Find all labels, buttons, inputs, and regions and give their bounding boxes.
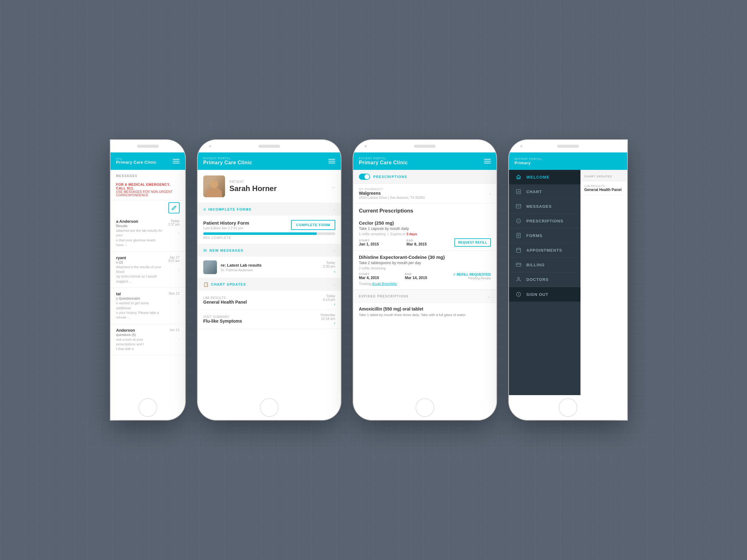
header-left-3: PATIENT PORTAL Primary Care Clinic bbox=[359, 157, 408, 165]
expired-section-header[interactable]: EXPIRED PRESCRIPTIONS ⌄ bbox=[353, 290, 496, 303]
doctors-menu-icon bbox=[515, 276, 522, 282]
chart-updates-header[interactable]: 📋 CHART UPDATES › bbox=[198, 278, 341, 291]
preview-0: attached are the lab results for youre t… bbox=[116, 229, 162, 248]
menu-label-messages: MESSAGES bbox=[526, 204, 552, 209]
patient-avatar-img bbox=[203, 176, 225, 197]
rx-end-date-1: Mar 14, 2015 bbox=[405, 276, 427, 280]
expired-instructions-0: Take 1 tablet by mouth three times daily… bbox=[359, 313, 491, 317]
sender-1: ryant bbox=[116, 256, 162, 260]
home-button-1[interactable] bbox=[138, 398, 157, 417]
home-icon bbox=[515, 174, 522, 180]
progress-bar-bg bbox=[203, 232, 335, 235]
expired-title: EXPIRED PRESCRIPTIONS bbox=[359, 295, 409, 298]
msg-sender: Dr. Patricia Anderson bbox=[221, 268, 319, 272]
camera-3 bbox=[364, 145, 367, 148]
menu-label-prescriptions: PRESCRIPTIONS bbox=[526, 219, 563, 223]
portal-label-3: PATIENT PORTAL bbox=[359, 157, 408, 160]
menu-item-appointments[interactable]: APPOINTMENTS bbox=[509, 243, 581, 258]
refill-status-1: ✓ REFILL REQUESTED bbox=[453, 272, 491, 276]
complete-form-button[interactable]: COMPLETE FORM bbox=[291, 220, 335, 230]
forms-icon: ≡ bbox=[203, 207, 206, 212]
billing-menu-icon bbox=[515, 262, 522, 268]
sender-2: tal bbox=[116, 292, 162, 296]
menu-label-appointments: APPOINTMENTS bbox=[526, 248, 562, 252]
rx-end-label-0: END bbox=[407, 239, 427, 242]
menu-item-signout[interactable]: SIGN OUT bbox=[509, 287, 581, 302]
patient-name: Sarah Horner bbox=[229, 184, 327, 193]
forms-menu-icon bbox=[515, 233, 522, 238]
svg-rect-14 bbox=[516, 263, 521, 267]
form-edited: Last Edited Jan 3 2:31 pm bbox=[203, 226, 249, 230]
emergency-text: FOR A MEDICAL EMERGENCY, CALL 911. bbox=[116, 183, 180, 190]
treating-link-1[interactable]: Acute Bronchitis bbox=[372, 282, 396, 286]
rx-end-date-0: Mar 8, 2015 bbox=[407, 242, 427, 246]
side-menu-wrapper: PATIENT PORTAL Primary WELCOME bbox=[509, 153, 581, 395]
prescriptions-menu-icon bbox=[515, 218, 522, 224]
phone-content-4: PATIENT PORTAL Primary WELCOME bbox=[509, 153, 627, 395]
message-menu-icon bbox=[515, 204, 522, 209]
message-item-1[interactable]: ryant x (2) Attached is the results of y… bbox=[110, 252, 185, 288]
phone-messages: RTAL Primary Care Clinic MESSAGES FOR A … bbox=[110, 140, 185, 420]
message-preview-item[interactable]: re: Latest Lab results Dr. Patricia Ande… bbox=[198, 257, 341, 278]
msg-date: Today bbox=[323, 261, 335, 264]
msg-arrow: › bbox=[323, 269, 335, 274]
patient-chevron: ⌄ bbox=[331, 184, 335, 189]
edit-icon-button[interactable] bbox=[169, 202, 180, 213]
chart-item-1[interactable]: Visit Summary Flu-like Symptoms Yesterda… bbox=[198, 310, 341, 328]
menu-label-welcome: WELCOME bbox=[526, 175, 550, 180]
chart-menu-icon bbox=[515, 189, 522, 194]
subject-3: questions (5) bbox=[116, 333, 162, 337]
chart-updates-label-4: CHART UPDATES bbox=[584, 175, 612, 178]
phone-menu: PATIENT PORTAL Primary WELCOME bbox=[509, 140, 627, 420]
menu-item-forms[interactable]: FORMS bbox=[509, 229, 581, 243]
home-button-3[interactable] bbox=[415, 398, 434, 417]
hamburger-menu-1[interactable] bbox=[173, 159, 180, 163]
pharmacy-label: MY PHARMACY bbox=[359, 188, 425, 191]
svg-rect-10 bbox=[516, 248, 521, 252]
hamburger-menu-3[interactable] bbox=[484, 159, 491, 163]
chart-date-1: Yesterday bbox=[320, 313, 335, 317]
incomplete-forms-header[interactable]: ≡ INCOMPLETE FORMS › bbox=[198, 203, 341, 216]
edit-icon-area bbox=[110, 201, 185, 215]
pharmacy-row[interactable]: MY PHARMACY Walgreens 2933 Cactus Drive … bbox=[353, 184, 496, 204]
menu-item-welcome[interactable]: WELCOME bbox=[509, 170, 581, 185]
patient-avatar bbox=[203, 176, 225, 197]
message-avatar bbox=[203, 260, 217, 274]
messages-icon: ✉ bbox=[203, 248, 207, 253]
date-2: Nov 12 bbox=[162, 292, 180, 295]
chart-item-0[interactable]: Lab Results General Health Panel Today 4… bbox=[198, 291, 341, 310]
portal-label-1: RTAL bbox=[116, 158, 156, 160]
menu-label-signout: SIGN OUT bbox=[526, 292, 548, 297]
phone-content-2: PATIENT PORTAL Primary Care Clinic PATIE… bbox=[198, 153, 341, 395]
home-button-4[interactable] bbox=[559, 398, 577, 417]
form-name: Patient History Form bbox=[203, 220, 249, 225]
pharmacy-chevron: › bbox=[489, 191, 491, 196]
menu-item-billing[interactable]: BILLING bbox=[509, 258, 581, 272]
message-item-0[interactable]: a Anderson Results attached are the lab … bbox=[110, 215, 185, 252]
signout-menu-icon bbox=[515, 292, 522, 297]
msg-time: 2:30 pm bbox=[323, 264, 335, 268]
phone-content-3: PATIENT PORTAL Primary Care Clinic PRESC… bbox=[353, 153, 496, 395]
svg-point-16 bbox=[518, 277, 519, 279]
date-1: Jan 17 bbox=[162, 256, 180, 259]
menu-item-doctors[interactable]: DOCTORS bbox=[509, 272, 581, 287]
preview-1: Attached is the results of your bloodng … bbox=[116, 265, 162, 284]
menu-behind-content: CHART UPDATES Lab Results General Health… bbox=[581, 153, 627, 395]
home-button-2[interactable] bbox=[260, 398, 279, 417]
chart-chevron: › bbox=[334, 282, 335, 287]
header-left-4: PATIENT PORTAL Primary bbox=[515, 157, 542, 165]
rx-toggle[interactable] bbox=[359, 174, 370, 180]
phone-top-bar-4 bbox=[509, 140, 627, 153]
message-item-3[interactable]: Anderson questions (5) ook a look at you… bbox=[110, 324, 185, 355]
chart-icon: 📋 bbox=[203, 282, 209, 287]
phone-content-1: RTAL Primary Care Clinic MESSAGES FOR A … bbox=[110, 153, 185, 395]
subject-0: Results bbox=[116, 224, 162, 228]
menu-item-chart[interactable]: CHART bbox=[509, 185, 581, 199]
message-item-2[interactable]: tal y Questionnaire e wanted to get some… bbox=[110, 288, 185, 324]
menu-item-prescriptions[interactable]: PRESCRIPTIONS bbox=[509, 214, 581, 229]
portal-label-2: PATIENT PORTAL bbox=[203, 157, 252, 160]
hamburger-menu-2[interactable] bbox=[328, 159, 335, 163]
request-refill-button-0[interactable]: REQUEST REFILL bbox=[455, 238, 491, 247]
menu-item-messages[interactable]: MESSAGES bbox=[509, 199, 581, 214]
new-messages-header[interactable]: ✉ NEW MESSAGES › bbox=[198, 244, 341, 257]
